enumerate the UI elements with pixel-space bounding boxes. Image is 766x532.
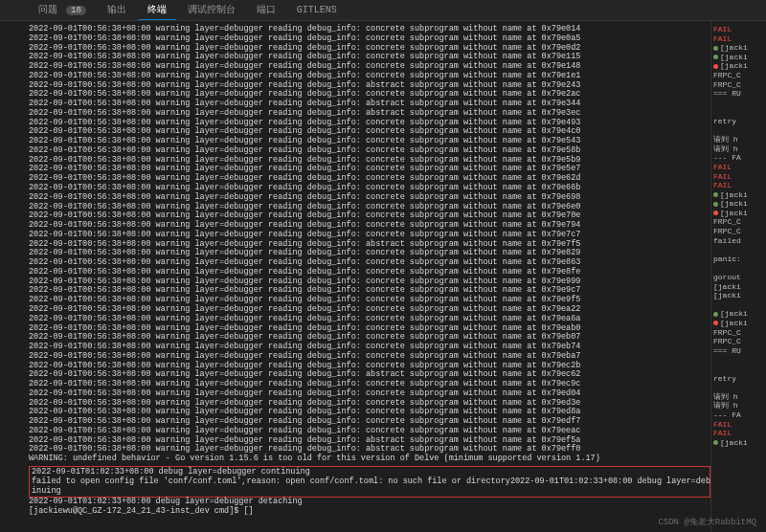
sidebar-line: FRPC_C — [713, 337, 764, 346]
sidebar-text: FAIL — [713, 34, 732, 43]
sidebar-text: [jacki — [720, 438, 748, 447]
sidebar-line: === RU — [713, 346, 764, 356]
sidebar-line: [jacki — [713, 319, 764, 328]
sidebar-line: FRPC_C — [713, 71, 764, 80]
sidebar-text — [713, 355, 718, 364]
sidebar-text: [jacki — [720, 43, 748, 52]
sidebar-line: --- FA — [713, 153, 764, 163]
sidebar-text: [jacki — [713, 291, 741, 299]
sidebar-line — [713, 355, 764, 365]
sidebar-text: [jacki — [720, 199, 748, 208]
sidebar-line — [713, 263, 764, 273]
sidebar-text: FRPC_C — [713, 217, 741, 226]
sidebar-line: retry — [713, 374, 764, 384]
sidebar-line: panic: — [713, 255, 764, 264]
tab-terminal[interactable]: 终端 — [138, 0, 176, 20]
status-bullet — [713, 55, 718, 59]
status-bullet — [713, 192, 718, 197]
sidebar-text: [jacki — [720, 53, 748, 61]
sidebar-text — [713, 245, 718, 254]
sidebar-text: 请到 h — [713, 392, 738, 401]
sidebar-text: [jacki — [720, 190, 748, 199]
sidebar-line: [jacki — [713, 209, 764, 218]
tab-problems[interactable]: 问题 18 — [29, 0, 96, 20]
sidebar-text: FRPC_C — [713, 80, 741, 89]
sidebar-line: FAIL — [713, 34, 764, 44]
sidebar-text: panic: — [713, 255, 741, 263]
sidebar-line: failed — [713, 236, 764, 246]
status-bullet — [713, 312, 718, 317]
sidebar-text: retry — [713, 117, 736, 125]
status-bullet — [713, 46, 718, 51]
tab-ports[interactable]: 端口 — [247, 0, 285, 20]
tab-label: 问题 — [38, 5, 57, 15]
sidebar-text: FAIL — [713, 172, 732, 181]
sidebar-line: 请到 h — [713, 135, 764, 144]
sidebar-line: FAIL — [713, 163, 764, 172]
sidebar-line: [jacki — [713, 438, 764, 448]
sidebar-line: [jacki — [713, 61, 764, 71]
sidebar-text: retry — [713, 374, 736, 383]
sidebar-line: FAIL — [713, 429, 764, 438]
sidebar-text — [713, 107, 718, 116]
sidebar-text — [713, 300, 718, 309]
sidebar-line — [713, 300, 764, 310]
terminal-output[interactable]: 2022-09-01T00:56:38+08:00 warning layer=… — [0, 21, 710, 532]
content-area: 2022-09-01T00:56:38+08:00 warning layer=… — [0, 21, 766, 532]
sidebar-text: === RU — [713, 89, 741, 98]
watermark: CSDN @兔老大RabbitMQ — [658, 516, 756, 528]
sidebar-text: 请到 h — [713, 401, 738, 410]
sidebar-text: [jacki — [713, 282, 741, 291]
sidebar-line: 请到 h — [713, 392, 764, 402]
sidebar-text: [jacki — [720, 61, 748, 70]
tab-debug-console[interactable]: 调试控制台 — [178, 0, 245, 20]
status-bullet — [713, 202, 718, 207]
sidebar-line: FRPC_C — [713, 80, 764, 90]
sidebar-line — [713, 107, 764, 117]
sidebar-text: --- FA — [713, 410, 741, 419]
sidebar-text: 请到 h — [713, 144, 738, 153]
sidebar-line: [jacki — [713, 43, 764, 53]
sidebar-line: 请到 h — [713, 401, 764, 410]
sidebar-line: FAIL — [713, 172, 764, 182]
sidebar-line: [jacki — [713, 199, 764, 209]
status-bullet — [713, 64, 718, 69]
sidebar-text: FAIL — [713, 429, 732, 437]
secondary-terminal[interactable]: FAILFAIL[jacki[jacki[jackiFRPC_CFRPC_C==… — [710, 21, 766, 532]
status-bullet — [713, 440, 718, 445]
sidebar-text: failed — [713, 236, 741, 245]
sidebar-text — [713, 126, 718, 135]
sidebar-text: FAIL — [713, 420, 732, 429]
sidebar-text: FAIL — [713, 181, 732, 189]
sidebar-line — [713, 383, 764, 392]
sidebar-line — [713, 126, 764, 136]
problems-badge: 18 — [66, 6, 86, 15]
sidebar-text: FRPC_C — [713, 71, 741, 79]
tab-gitlens[interactable]: GITLENS — [287, 2, 347, 19]
sidebar-line: [jacki — [713, 190, 764, 200]
status-bullet — [713, 211, 718, 215]
error-highlight-box: 2022-09-01T01:02:33+08:00 debug layer=de… — [29, 466, 710, 498]
sidebar-text — [713, 365, 718, 373]
error-line: failed to open config file 'conf/conf.to… — [32, 477, 708, 487]
sidebar-line: gorout — [713, 273, 764, 282]
sidebar-line: === RU — [713, 89, 764, 99]
sidebar-line — [713, 245, 764, 255]
sidebar-line: 请到 h — [713, 144, 764, 154]
sidebar-text: [jacki — [720, 319, 748, 327]
sidebar-text: FAIL — [713, 25, 732, 33]
sidebar-text — [713, 99, 718, 107]
go-warning: WARNING: undefined behavior - Go version… — [29, 454, 710, 464]
status-bullet — [713, 321, 718, 325]
sidebar-line: --- FA — [713, 410, 764, 420]
sidebar-line — [713, 99, 764, 108]
sidebar-text: [jacki — [720, 209, 748, 217]
tab-output[interactable]: 输出 — [98, 0, 136, 20]
sidebar-line: FAIL — [713, 181, 764, 190]
sidebar-text: --- FA — [713, 153, 741, 162]
sidebar-line: [jacki — [713, 282, 764, 292]
sidebar-line: retry — [713, 117, 764, 126]
sidebar-text: FRPC_C — [713, 227, 741, 235]
shell-prompt[interactable]: [jackiewu@QC_GZ-172_24_21_43-inst_dev cm… — [29, 507, 710, 517]
sidebar-text: [jacki — [720, 309, 748, 318]
